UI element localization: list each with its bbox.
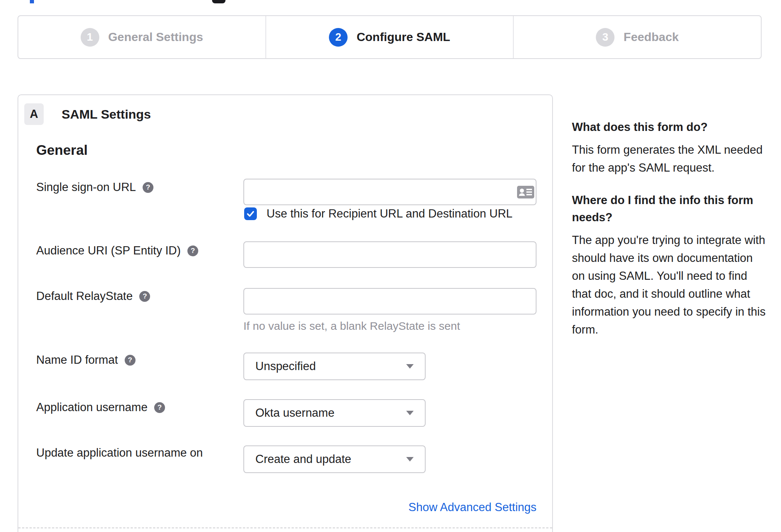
name-id-format-label: Name ID format ? bbox=[36, 353, 136, 367]
step-feedback: 3 Feedback bbox=[513, 16, 761, 58]
help-icon[interactable]: ? bbox=[187, 245, 198, 256]
recipient-url-checkbox-row: Use this for Recipient URL and Destinati… bbox=[244, 207, 513, 220]
panel-title: SAML Settings bbox=[62, 103, 151, 125]
recipient-url-checkbox-label: Use this for Recipient URL and Destinati… bbox=[267, 207, 513, 220]
relaystate-helper-text: If no value is set, a blank RelayState i… bbox=[243, 320, 460, 332]
audience-uri-input[interactable] bbox=[243, 241, 536, 268]
general-section-heading: General bbox=[36, 143, 88, 158]
step-2-badge: 2 bbox=[329, 28, 348, 47]
name-id-format-value: Unspecified bbox=[255, 360, 316, 373]
recipient-url-checkbox[interactable] bbox=[244, 207, 257, 220]
step-2-label: Configure SAML bbox=[357, 30, 450, 44]
update-username-value: Create and update bbox=[255, 453, 351, 466]
chevron-down-icon bbox=[406, 364, 414, 369]
step-3-badge: 3 bbox=[596, 28, 614, 47]
step-configure-saml: 2 Configure SAML bbox=[265, 16, 513, 58]
application-username-label-text: Application username bbox=[36, 401, 147, 414]
checkmark-icon bbox=[246, 209, 255, 219]
application-username-select[interactable]: Okta username bbox=[243, 399, 426, 427]
update-username-label-text: Update application username on bbox=[36, 446, 203, 460]
step-1-badge: 1 bbox=[81, 28, 99, 47]
sso-url-label-text: Single sign-on URL bbox=[36, 181, 136, 194]
help-icon[interactable]: ? bbox=[125, 355, 136, 366]
relaystate-label-text: Default RelayState bbox=[36, 290, 133, 303]
relaystate-label: Default RelayState ? bbox=[36, 289, 150, 304]
step-general-settings: 1 General Settings bbox=[18, 16, 265, 58]
step-3-label: Feedback bbox=[623, 30, 679, 44]
saml-settings-panel: A SAML Settings General Single sign-on U… bbox=[18, 94, 553, 532]
clipped-app-logo-mark bbox=[212, 0, 225, 3]
help-answer-1: This form generates the XML needed for t… bbox=[572, 141, 768, 177]
name-id-format-select[interactable]: Unspecified bbox=[243, 353, 426, 380]
update-username-label: Update application username on bbox=[36, 445, 203, 460]
sso-url-label: Single sign-on URL ? bbox=[36, 180, 153, 195]
application-username-label: Application username ? bbox=[36, 400, 165, 415]
wizard-stepper: 1 General Settings 2 Configure SAML 3 Fe… bbox=[18, 15, 762, 59]
update-username-select[interactable]: Create and update bbox=[243, 445, 426, 473]
sso-url-input[interactable] bbox=[243, 179, 536, 205]
name-id-format-label-text: Name ID format bbox=[36, 353, 118, 367]
help-question-1: What does this form do? bbox=[572, 119, 768, 136]
help-icon[interactable]: ? bbox=[143, 182, 153, 193]
saml-setup-page: 1 General Settings 2 Configure SAML 3 Fe… bbox=[0, 0, 781, 532]
help-icon[interactable]: ? bbox=[154, 402, 165, 413]
show-advanced-settings-link[interactable]: Show Advanced Settings bbox=[243, 501, 536, 514]
application-username-value: Okta username bbox=[255, 406, 335, 420]
audience-uri-label-text: Audience URI (SP Entity ID) bbox=[36, 244, 181, 257]
audience-uri-label: Audience URI (SP Entity ID) ? bbox=[36, 243, 198, 258]
clipped-blue-tab-mark bbox=[30, 0, 34, 3]
chevron-down-icon bbox=[406, 457, 414, 461]
step-1-label: General Settings bbox=[108, 30, 203, 44]
help-answer-2: The app you're trying to integrate with … bbox=[572, 231, 768, 339]
help-question-2: Where do I find the info this form needs… bbox=[572, 192, 768, 226]
section-a-badge: A bbox=[24, 103, 44, 125]
help-icon[interactable]: ? bbox=[139, 291, 150, 302]
help-sidebar: What does this form do? This form genera… bbox=[572, 119, 768, 354]
relaystate-input[interactable] bbox=[243, 288, 536, 314]
chevron-down-icon bbox=[406, 411, 414, 415]
next-section-dashed-divider bbox=[18, 528, 552, 528]
contact-card-icon[interactable] bbox=[517, 186, 534, 200]
